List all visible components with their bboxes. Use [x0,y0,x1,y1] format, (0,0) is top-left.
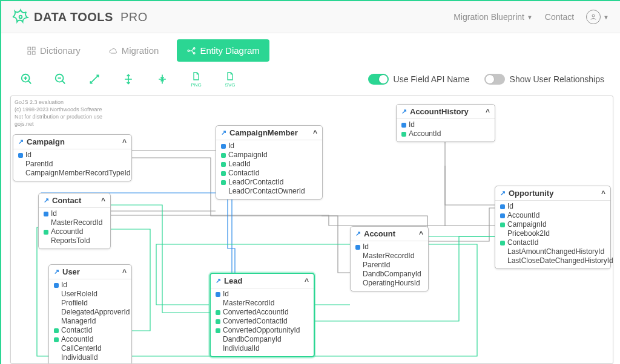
entity-header[interactable]: ↗CampaignMember^ [216,126,322,140]
open-external-icon[interactable]: ↗ [54,268,59,276]
entity-user[interactable]: ↗User^IdUserRoleIdProfileIdDelegatedAppr… [48,264,132,364]
field-marker-icon [54,328,59,333]
field-row[interactable]: Id [401,120,490,129]
field-row[interactable]: LeadOrContactId [221,178,317,187]
collapse-icon[interactable]: ^ [305,277,309,285]
field-row[interactable]: AccountId [401,129,490,138]
entity-campaignmember[interactable]: ↗CampaignMember^IdCampaignIdLeadIdContac… [216,125,323,200]
field-marker-icon [355,281,360,286]
field-row[interactable]: OperatingHoursId [355,279,423,288]
zoom-out-button[interactable] [51,68,70,91]
field-row[interactable]: LastCloseDateChangedHistoryId [500,256,605,265]
entity-header[interactable]: ↗Contact^ [39,193,110,208]
field-row[interactable]: Id [44,209,105,218]
field-row[interactable]: ContactId [500,238,605,247]
field-row[interactable]: IndividualId [54,353,127,362]
open-external-icon[interactable]: ↗ [401,108,407,115]
field-name: AccountId [507,211,539,220]
field-row[interactable]: DelegatedApproverId [54,308,127,317]
field-row[interactable]: UserRoleId [54,290,127,299]
field-marker-icon [216,310,220,315]
collapse-vertical-button[interactable] [153,68,172,91]
field-row[interactable]: Id [54,281,127,290]
field-row[interactable]: ParentId [355,261,423,270]
nav-contact[interactable]: Contact [545,12,574,22]
field-row[interactable]: Pricebook2Id [500,229,605,238]
field-row[interactable]: AccountId [500,211,605,220]
entity-opportunity[interactable]: ↗Opportunity^IdAccountIdCampaignIdPriceb… [495,186,611,269]
diagram-canvas[interactable]: GoJS 2.3 evaluation (c) 1998-2023 Northw… [10,96,613,364]
entity-body: IdAccountId [397,119,495,141]
toggle-api-name[interactable]: Use Field API Name [368,74,470,85]
field-row[interactable]: CallCenterId [54,344,127,353]
field-row[interactable]: ParentId [18,160,127,169]
field-row[interactable]: ConvertedAccountId [216,308,309,317]
field-row[interactable]: MasterRecordId [44,218,105,227]
entity-lead[interactable]: ↗Lead^IdMasterRecordIdConvertedAccountId… [209,273,315,357]
field-row[interactable]: ContactId [221,169,317,178]
toggle-user-relationships[interactable]: Show User Relationships [484,74,604,85]
open-external-icon[interactable]: ↗ [44,197,49,204]
field-row[interactable]: ConvertedOpportunityId [216,326,309,335]
collapse-icon[interactable]: ^ [601,189,605,198]
expand-button[interactable] [85,68,104,91]
entity-accounthistory[interactable]: ↗AccountHistory^IdAccountId [396,104,495,142]
entity-header[interactable]: ↗Opportunity^ [495,186,610,201]
field-row[interactable]: Id [355,242,423,252]
collapse-icon[interactable]: ^ [419,230,423,238]
field-row[interactable]: Id [216,290,309,299]
field-row[interactable]: ProfileId [54,299,127,308]
entity-account[interactable]: ↗Account^IdMasterRecordIdParentIdDandbCo… [350,226,429,291]
nav-user-menu[interactable]: ▼ [586,10,609,24]
open-external-icon[interactable]: ↗ [18,138,24,146]
field-row[interactable]: ManagerId [54,317,127,326]
field-name: Id [228,141,234,151]
field-row[interactable]: ContactId [54,326,127,335]
entity-header[interactable]: ↗Lead^ [211,274,314,288]
field-row[interactable]: DandbCompanyId [355,270,423,279]
field-row[interactable]: AccountId [54,335,127,344]
field-row[interactable]: IndividualId [216,344,309,353]
collapse-icon[interactable]: ^ [122,268,127,276]
tab-migration[interactable]: Migration [99,39,169,62]
field-row[interactable]: MasterRecordId [355,252,423,261]
field-row[interactable]: CampaignMemberRecordTypeId [18,169,127,178]
nav-migration-blueprint[interactable]: Migration Blueprint ▼ [453,12,533,22]
field-row[interactable]: ConvertedContactId [216,317,309,326]
entity-header[interactable]: ↗Account^ [351,227,428,241]
collapse-icon[interactable]: ^ [486,108,490,116]
entity-header[interactable]: ↗Campaign^ [13,135,131,149]
entity-header[interactable]: ↗User^ [49,265,131,279]
field-row[interactable]: CampaignId [221,151,317,160]
entity-campaign[interactable]: ↗Campaign^IdParentIdCampaignMemberRecord… [13,134,132,181]
export-svg-label: SVG [225,82,236,88]
collapse-icon[interactable]: ^ [101,197,105,205]
field-row[interactable]: Id [18,151,127,160]
field-row[interactable]: MasterRecordId [216,299,309,308]
field-row[interactable]: AccountId [44,227,105,236]
field-row[interactable]: LastAmountChangedHistoryId [500,247,605,256]
open-external-icon[interactable]: ↗ [216,277,221,285]
field-marker-icon [44,212,48,216]
field-row[interactable]: LeadId [221,160,317,169]
entity-header[interactable]: ↗AccountHistory^ [397,105,495,119]
export-svg-button[interactable]: SVG [220,68,240,91]
open-external-icon[interactable]: ↗ [500,189,506,197]
zoom-in-button[interactable] [17,68,36,91]
field-row[interactable]: DandbCompanyId [216,335,309,344]
export-png-button[interactable]: PNG [186,68,206,91]
tab-entity-diagram[interactable]: Entity Diagram [177,39,269,62]
entity-contact[interactable]: ↗Contact^IdMasterRecordIdAccountIdReport… [38,193,111,249]
field-row[interactable]: Id [500,202,605,211]
open-external-icon[interactable]: ↗ [355,230,361,238]
open-external-icon[interactable]: ↗ [221,129,226,137]
tab-dictionary[interactable]: Dictionary [17,39,90,62]
field-row[interactable]: CampaignId [500,220,605,229]
collapse-icon[interactable]: ^ [313,129,317,137]
expand-vertical-button[interactable] [119,68,138,91]
field-marker-icon [355,245,360,250]
field-row[interactable]: LeadOrContactOwnerId [221,187,317,196]
field-row[interactable]: Id [221,141,317,151]
field-row[interactable]: ReportsToId [44,236,105,245]
collapse-icon[interactable]: ^ [122,138,127,146]
